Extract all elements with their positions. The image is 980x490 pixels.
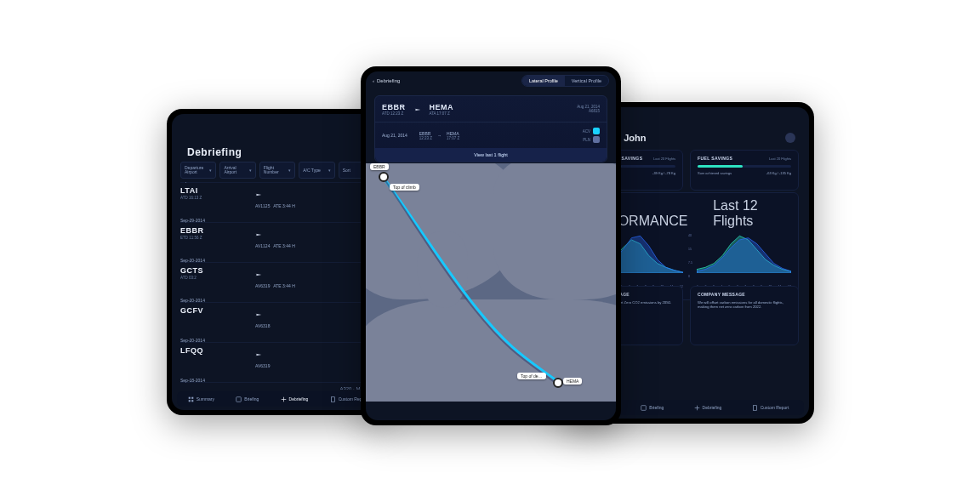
route-map[interactable]: EBBR Top of climb Top of de… HEMA [366,163,616,402]
flight-row[interactable]: Sep-29-2014LTAIATD 16:13 ZAV1125 ATE 3:4… [180,182,374,222]
tab-vertical-profile[interactable]: Vertical Profile [565,76,608,86]
tablet-debriefing: Debriefing Departure Airport▾ Arrival Ai… [167,109,388,415]
svg-rect-3 [191,400,193,402]
airplane-icon [255,386,262,390]
card-fuel-savings: FUEL SAVINGSLast 20 Flights Sum achieved… [690,150,799,191]
departure-airport: EBBR [382,103,406,111]
nav-debriefing[interactable]: Debriefing [281,396,309,402]
nav-debriefing[interactable]: Debriefing [694,405,722,411]
chevron-left-icon: ‹ [373,78,374,83]
airplane-icon [255,306,262,322]
flight-row[interactable]: Sep-18-2014AV6285 A320 · MEAVM [180,382,374,390]
filters-row: Departure Airport▾ Arrival Airport▾ Flig… [180,162,374,177]
nav-custom-report[interactable]: Custom Report [752,405,789,411]
svg-rect-11 [753,405,756,410]
arrival-callout: HEMA [563,378,582,385]
avatar[interactable] [785,133,795,143]
departure-pin [379,172,389,182]
svg-rect-10 [641,405,647,410]
profile-tabs: Lateral Profile Vertical Profile [521,75,609,87]
departure-callout: EBBR [370,163,389,170]
bottom-nav: Summary Briefing Debriefing Custom Repor… [177,391,378,407]
airplane-icon [255,186,262,202]
filter-departure[interactable]: Departure Airport▾ [180,162,216,179]
airplane-icon [414,101,421,117]
arrival-airport: HEMA [430,103,454,111]
svg-rect-5 [331,396,334,402]
performance-chart-b: 40157.50 123456789101112 [690,234,791,288]
tab-lateral-profile[interactable]: Lateral Profile [522,76,565,86]
route-card: EBBRATD 12:23 Z HEMAATA 17:07 Z Aug 21, … [374,95,607,162]
nav-summary[interactable]: Summary [188,396,214,402]
chevron-down-icon: ▾ [288,168,291,173]
filter-flight-number[interactable]: Flight Number▾ [259,162,295,179]
flights-list: Sep-29-2014LTAIATD 16:13 ZAV1125 ATE 3:4… [180,182,374,390]
svg-rect-1 [191,396,193,398]
svg-rect-4 [236,396,242,402]
airplane-icon [255,226,262,242]
flight-row[interactable]: Sep-29-2014EBBRETD 11:56 ZAV1124 ATE 3:4… [180,222,374,262]
arrival-pin [553,378,563,388]
top-of-descent-callout: Top of de… [517,373,546,379]
filter-arrival[interactable]: Arrival Airport▾ [219,162,255,179]
svg-rect-0 [188,396,190,398]
tablet-map: ‹Debriefing Lateral Profile Vertical Pro… [361,66,621,425]
airplane-icon [255,266,262,282]
top-of-climb-callout: Top of climb [390,184,419,191]
legend-chip-actual [593,128,600,134]
svg-rect-2 [188,400,190,402]
flight-row[interactable]: Sep-20-2014GCTSATD 03:2AV6319 ATE 3:44 H… [180,262,374,302]
airplane-icon [255,346,262,362]
flight-row[interactable]: Sep-20-2014GCFVAV6318 A3… [180,302,374,342]
filter-ac-type[interactable]: A/C Type▾ [299,162,334,179]
back-button[interactable]: ‹Debriefing [373,78,400,83]
chevron-down-icon: ▾ [328,168,331,173]
chevron-down-icon: ▾ [209,168,212,173]
nav-briefing[interactable]: Briefing [236,396,259,402]
nav-briefing[interactable]: Briefing [641,405,664,411]
flight-row[interactable]: Sep-20-2014LFQQAV6319 A3… [180,342,374,382]
chevron-down-icon: ▾ [249,168,252,173]
page-title: Debriefing [187,146,242,158]
legend-chip-planned [593,136,600,143]
view-last-flight-button[interactable]: View last 1 flight [375,148,607,162]
company-message-b: COMPANY MESSAGE We will offset carbon em… [690,286,799,345]
